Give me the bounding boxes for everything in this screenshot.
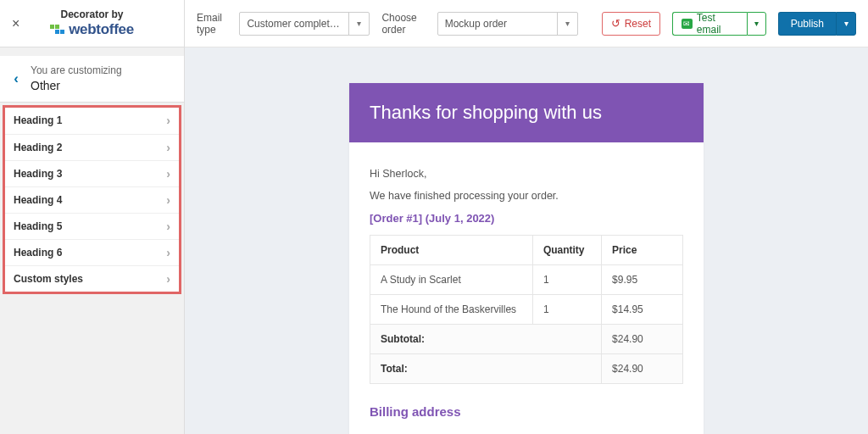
sidebar-item-label: Heading 2 xyxy=(14,142,62,153)
order-heading: [Order #1] (July 1, 2022) xyxy=(370,212,683,225)
col-quantity: Quantity xyxy=(532,236,601,265)
sidebar-item-label: Heading 4 xyxy=(14,194,62,206)
sidebar-item-label: Heading 1 xyxy=(14,114,62,126)
customizing-label: You are customizing xyxy=(31,64,122,78)
sidebar-item-heading-2[interactable]: Heading 2 › xyxy=(5,134,179,160)
main-area: Email type Customer completed or… ▾ Choo… xyxy=(185,0,868,434)
choose-order-select[interactable]: Mockup order ▾ xyxy=(437,12,578,36)
total-label: Total: xyxy=(370,354,602,384)
test-email-split[interactable]: ▾ xyxy=(747,12,765,36)
refresh-icon: ↺ xyxy=(611,17,620,30)
email-type-value: Customer completed or… xyxy=(240,18,348,30)
cell-price: $14.95 xyxy=(602,295,683,325)
table-row: The Hound of the Baskervilles 1 $14.95 xyxy=(370,295,683,325)
order-table: Product Quantity Price A Study in Scarle… xyxy=(370,235,683,384)
brand-logo: Decorator by webtoffee xyxy=(50,8,134,38)
chevron-right-icon: › xyxy=(166,220,170,233)
reset-button[interactable]: ↺ Reset xyxy=(602,12,660,36)
cell-product: The Hound of the Baskervilles xyxy=(370,295,533,325)
total-row: Total: $24.90 xyxy=(370,354,683,384)
email-type-label: Email type xyxy=(197,12,232,36)
sidebar-item-heading-3[interactable]: Heading 3 › xyxy=(5,160,179,186)
email-greeting: Hi Sherlock, xyxy=(370,168,683,180)
close-icon[interactable]: × xyxy=(7,13,25,35)
sidebar-item-heading-4[interactable]: Heading 4 › xyxy=(5,186,179,213)
email-header: Thanks for shopping with us xyxy=(349,83,704,142)
back-button[interactable]: ‹ xyxy=(5,68,27,90)
chevron-right-icon: › xyxy=(166,272,170,286)
chevron-right-icon: › xyxy=(166,114,170,127)
choose-order-group: Choose order Mockup order ▾ xyxy=(381,12,577,36)
sidebar-item-label: Heading 6 xyxy=(14,247,62,259)
test-email-button[interactable]: ✉ Test email xyxy=(672,12,747,36)
test-email-group: ✉ Test email ▾ xyxy=(672,12,766,36)
choose-order-label: Choose order xyxy=(381,12,430,36)
chevron-right-icon: › xyxy=(166,167,170,181)
chevron-down-icon: ▾ xyxy=(348,13,369,35)
highlighted-menu: Heading 1 › Heading 2 › Heading 3 › Head… xyxy=(3,105,181,294)
email-type-group: Email type Customer completed or… ▾ xyxy=(197,12,370,36)
test-email-label: Test email xyxy=(697,12,739,36)
sidebar-item-label: Heading 5 xyxy=(14,220,62,232)
choose-order-value: Mockup order xyxy=(438,18,557,30)
topbar: Email type Customer completed or… ▾ Choo… xyxy=(185,0,868,47)
brand-mark xyxy=(50,25,65,34)
sidebar-item-heading-1[interactable]: Heading 1 › xyxy=(5,108,179,134)
col-product: Product xyxy=(370,236,533,265)
total-value: $24.90 xyxy=(602,354,683,384)
sidebar-item-custom-styles[interactable]: Custom styles › xyxy=(5,265,179,292)
email-intro: We have finished processing your order. xyxy=(370,190,683,202)
chevron-down-icon: ▾ xyxy=(557,13,577,35)
sidebar-item-label: Custom styles xyxy=(14,273,83,285)
cell-product: A Study in Scarlet xyxy=(370,265,533,295)
section-header: ‹ You are customizing Other xyxy=(0,56,184,103)
email-type-select[interactable]: Customer completed or… ▾ xyxy=(239,12,370,36)
publish-group: Publish ▾ xyxy=(778,12,856,36)
cell-qty: 1 xyxy=(532,265,601,295)
cell-price: $9.95 xyxy=(602,265,683,295)
section-title: Other xyxy=(31,78,122,93)
preview-area: Thanks for shopping with us Hi Sherlock,… xyxy=(185,47,868,434)
table-row: A Study in Scarlet 1 $9.95 xyxy=(370,265,683,295)
chevron-right-icon: › xyxy=(166,246,170,259)
sidebar-header: × Decorator by webtoffee xyxy=(0,0,184,47)
sidebar-item-heading-5[interactable]: Heading 5 › xyxy=(5,213,179,239)
customizer-sidebar: × Decorator by webtoffee ‹ You are custo… xyxy=(0,0,185,434)
reset-label: Reset xyxy=(625,18,651,30)
subtotal-value: $24.90 xyxy=(602,325,683,354)
brand-top-label: Decorator by xyxy=(50,8,134,20)
billing-heading: Billing address xyxy=(370,404,683,419)
subtotal-label: Subtotal: xyxy=(370,325,602,354)
email-body: Hi Sherlock, We have finished processing… xyxy=(349,142,704,427)
publish-button[interactable]: Publish xyxy=(778,12,836,36)
col-price: Price xyxy=(602,236,683,265)
sidebar-item-label: Heading 3 xyxy=(14,168,62,180)
sidebar-item-heading-6[interactable]: Heading 6 › xyxy=(5,239,179,265)
mail-icon: ✉ xyxy=(682,19,693,29)
subtotal-row: Subtotal: $24.90 xyxy=(370,325,683,354)
cell-qty: 1 xyxy=(532,295,601,325)
email-preview: Thanks for shopping with us Hi Sherlock,… xyxy=(349,83,704,434)
chevron-right-icon: › xyxy=(166,193,170,207)
publish-split[interactable]: ▾ xyxy=(836,12,856,36)
brand-wordmark: webtoffee xyxy=(69,21,134,38)
chevron-right-icon: › xyxy=(166,141,170,154)
publish-label: Publish xyxy=(791,18,824,30)
